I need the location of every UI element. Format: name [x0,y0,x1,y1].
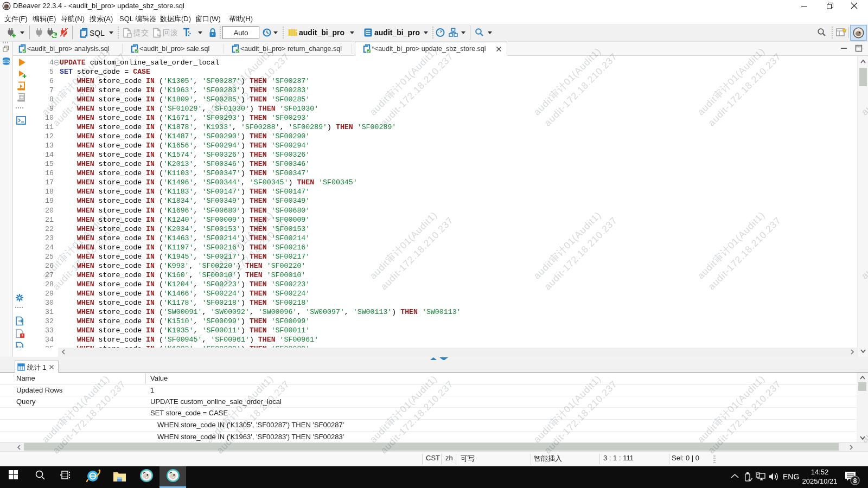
svg-text:8: 8 [853,477,857,485]
